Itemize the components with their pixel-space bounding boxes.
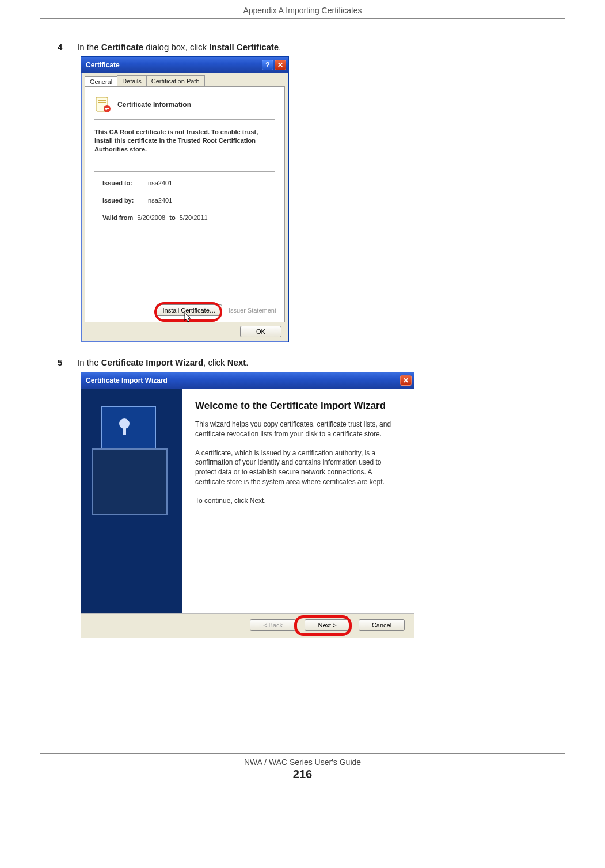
- step-4-pre: In the: [77, 42, 101, 52]
- certificate-icon: [94, 96, 112, 113]
- wizard-banner-graphic: [81, 389, 182, 613]
- valid-from-row: Valid from 5/20/2008 to 5/20/2011: [102, 214, 275, 221]
- step-5-bold1: Certificate Import Wizard: [101, 357, 203, 367]
- wizard-button-bar: < Back Next > Cancel: [81, 613, 414, 638]
- issued-to-label: Issued to:: [102, 180, 146, 186]
- tab-general[interactable]: General: [85, 76, 117, 87]
- svg-rect-2: [98, 102, 106, 103]
- step-4-bold2: Install Certificate: [209, 42, 279, 52]
- wizard-content: Welcome to the Certificate Import Wizard…: [182, 389, 414, 613]
- svg-rect-1: [98, 100, 106, 101]
- page-number: 216: [40, 768, 565, 781]
- step-5-number: 5: [58, 357, 66, 367]
- step-4-bold1: Certificate: [101, 42, 143, 52]
- wizard-title: Certificate Import Wizard: [86, 376, 399, 384]
- close-button[interactable]: ✕: [275, 60, 286, 70]
- issued-to-row: Issued to: nsa2401: [102, 180, 275, 186]
- step-5-pre: In the: [77, 357, 101, 367]
- wizard-paragraph-1: This wizard helps you copy certificates,…: [195, 420, 399, 439]
- screenshot-wizard-dialog: Certificate Import Wizard ✕ Welcome to t…: [81, 372, 565, 638]
- step-4-mid: dialog box, click: [143, 42, 209, 52]
- valid-from-value: 5/20/2008: [137, 214, 165, 221]
- separator: [94, 119, 275, 120]
- step-4-text: In the Certificate dialog box, click Ins…: [77, 42, 281, 52]
- certificate-window: Certificate ? ✕ General Details Certific…: [81, 56, 289, 342]
- ok-button[interactable]: OK: [240, 326, 281, 337]
- step-5-post: .: [246, 357, 248, 367]
- issued-by-label: Issued by:: [102, 197, 146, 204]
- wizard-body: Welcome to the Certificate Import Wizard…: [81, 389, 414, 613]
- valid-from-label: Valid from: [102, 214, 133, 221]
- valid-to-value: 5/20/2011: [180, 214, 208, 221]
- step-4-number: 4: [58, 42, 66, 52]
- tab-details[interactable]: Details: [117, 75, 147, 86]
- wizard-close-button[interactable]: ✕: [400, 375, 412, 386]
- certificate-tabs: General Details Certification Path: [85, 75, 285, 86]
- tab-certification-path[interactable]: Certification Path: [146, 75, 205, 86]
- step-4: 4 In the Certificate dialog box, click I…: [58, 42, 565, 52]
- step-5: 5 In the Certificate Import Wizard, clic…: [58, 357, 565, 367]
- step-5-bold2: Next: [227, 357, 246, 367]
- wizard-heading: Welcome to the Certificate Import Wizard: [195, 400, 399, 412]
- wizard-paragraph-2: A certificate, which is issued by a cert…: [195, 448, 399, 487]
- wizard-window: Certificate Import Wizard ✕ Welcome to t…: [81, 372, 414, 638]
- next-button[interactable]: Next >: [305, 619, 351, 631]
- step-5-mid: , click: [203, 357, 227, 367]
- cancel-button[interactable]: Cancel: [359, 619, 405, 631]
- certificate-info-heading: Certificate Information: [117, 101, 191, 109]
- separator: [94, 171, 275, 172]
- help-button[interactable]: ?: [262, 60, 273, 70]
- certificate-title: Certificate: [86, 61, 261, 69]
- footer-guide-title: NWA / WAC Series User's Guide: [40, 757, 565, 767]
- issued-by-value: nsa2401: [148, 197, 172, 204]
- tab-general-pane: Certificate Information This CA Root cer…: [85, 86, 285, 322]
- issuer-statement-label: Issuer Statement: [229, 307, 276, 314]
- install-certificate-button[interactable]: Install Certificate…: [156, 304, 222, 316]
- issued-by-row: Issued by: nsa2401: [102, 197, 275, 204]
- valid-to-label: to: [169, 214, 175, 221]
- wizard-paragraph-3: To continue, click Next.: [195, 496, 399, 506]
- back-button: < Back: [250, 619, 296, 631]
- certificate-titlebar[interactable]: Certificate ? ✕: [81, 57, 288, 73]
- wizard-titlebar[interactable]: Certificate Import Wizard ✕: [81, 372, 414, 389]
- page-footer: NWA / WAC Series User's Guide 216: [40, 753, 565, 781]
- certificate-warning-text: This CA Root certificate is not trusted.…: [94, 128, 275, 154]
- step-4-post: .: [279, 42, 281, 52]
- page-header: Appendix A Importing Certificates: [40, 6, 565, 19]
- issued-to-value: nsa2401: [148, 180, 172, 186]
- screenshot-certificate-dialog: Certificate ? ✕ General Details Certific…: [81, 56, 565, 342]
- step-5-text: In the Certificate Import Wizard, click …: [77, 357, 248, 367]
